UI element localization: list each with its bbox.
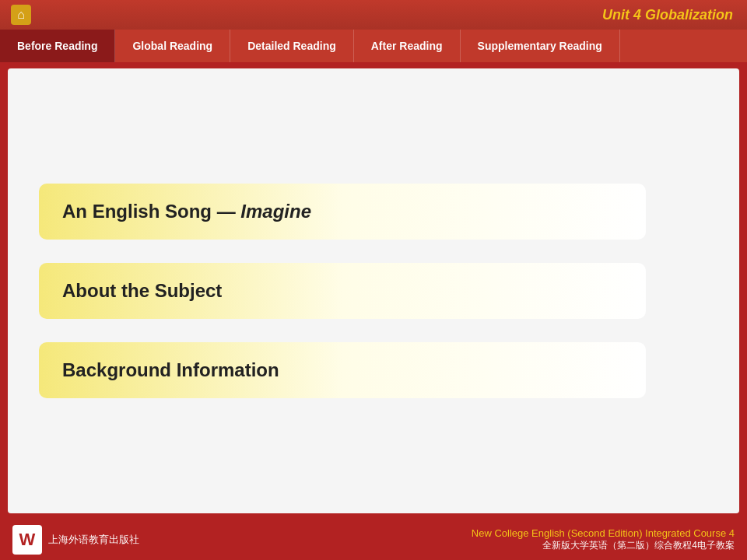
- publisher-logo: W 上海外语教育出版社: [12, 525, 139, 555]
- tab-before-reading[interactable]: Before Reading: [0, 30, 115, 62]
- course-line2: 全新版大学英语（第二版）综合教程4电子教案: [472, 539, 735, 552]
- card-english-song-title: An English Song — Imagine: [62, 201, 311, 222]
- publisher-name: 上海外语教育出版社: [48, 533, 139, 547]
- tab-after-reading[interactable]: After Reading: [354, 30, 461, 62]
- tab-bar: Before Reading Global Reading Detailed R…: [0, 30, 747, 62]
- logo-w-icon: W: [12, 525, 42, 555]
- card-english-song[interactable]: An English Song — Imagine: [39, 184, 646, 240]
- card-background-info-title: Background Information: [62, 359, 279, 381]
- card-about-subject-title: About the Subject: [62, 280, 222, 302]
- course-info: New College English (Second Edition) Int…: [472, 527, 735, 552]
- top-bar: ⌂ Unit 4 Globalization: [0, 0, 747, 30]
- unit-title: Unit 4 Globalization: [602, 7, 733, 23]
- card-background-info[interactable]: Background Information: [39, 342, 646, 398]
- home-button[interactable]: ⌂: [11, 5, 31, 25]
- app-frame: ⌂ Unit 4 Globalization Before Reading Gl…: [0, 0, 747, 560]
- tab-global-reading[interactable]: Global Reading: [115, 30, 230, 62]
- tab-supplementary-reading[interactable]: Supplementary Reading: [461, 30, 620, 62]
- course-line1: New College English (Second Edition) Int…: [472, 527, 735, 539]
- tab-detailed-reading[interactable]: Detailed Reading: [230, 30, 354, 62]
- card-about-subject[interactable]: About the Subject: [39, 263, 646, 319]
- bottom-bar: W 上海外语教育出版社 New College English (Second …: [0, 520, 747, 560]
- main-content: An English Song — Imagine About the Subj…: [8, 68, 739, 513]
- home-icon: ⌂: [17, 8, 25, 22]
